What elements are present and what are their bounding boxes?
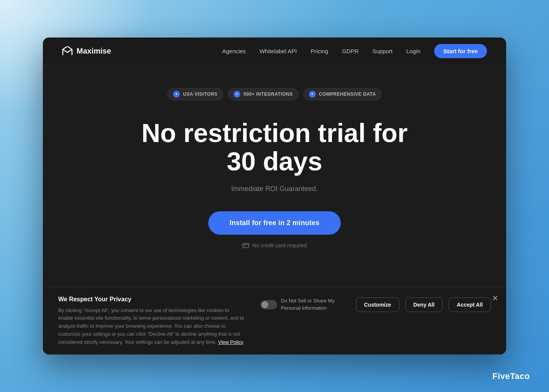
no-cc-text: No credit card required	[252, 242, 307, 248]
nav-gdpr[interactable]: GDPR	[342, 48, 358, 54]
hero-section: + USA VISITORS + 500+ INTEGRATIONS + COM…	[43, 65, 506, 287]
badges-row: + USA VISITORS + 500+ INTEGRATIONS + COM…	[167, 88, 382, 100]
nav-support[interactable]: Support	[373, 48, 393, 54]
browser-window: Maximise Agencies Whitelabel API Pricing…	[43, 38, 506, 355]
logo: Maximise	[62, 46, 111, 56]
do-not-sell-toggle[interactable]	[260, 300, 277, 309]
start-for-free-button[interactable]: Start for free	[434, 44, 487, 58]
nav-links: Agencies Whitelabel API Pricing GDPR Sup…	[222, 44, 487, 58]
nav-pricing[interactable]: Pricing	[311, 48, 328, 54]
nav-whitelabel-api[interactable]: Whitelabel API	[260, 48, 297, 54]
hero-title: No restriction trial for 30 days	[141, 119, 408, 176]
watermark: FiveTaco	[492, 371, 530, 381]
nav-agencies[interactable]: Agencies	[222, 48, 246, 54]
cookie-body-text: By clicking "Accept All", you consent to…	[58, 307, 244, 345]
badge-icon-integrations: +	[234, 91, 240, 98]
cookie-actions: Do Not Sell or Share My Personal Informa…	[260, 296, 491, 312]
toggle-label: Do Not Sell or Share My Personal Informa…	[281, 297, 350, 311]
badge-icon-data: +	[309, 91, 316, 98]
badge-usa-visitors: + USA VISITORS	[167, 88, 223, 100]
badge-integrations-label: 500+ INTEGRATIONS	[243, 91, 293, 97]
logo-icon	[62, 46, 73, 56]
toggle-thumb	[261, 301, 268, 308]
no-credit-card-notice: No credit card required	[242, 242, 307, 248]
badge-comprehensive-data: + COMPREHENSIVE DATA	[303, 88, 382, 100]
cookie-text-area: We Respect Your Privacy By clicking "Acc…	[58, 296, 245, 346]
credit-card-icon	[242, 243, 249, 248]
install-cta-button[interactable]: Install for free in 2 minutes	[208, 211, 341, 235]
badge-integrations: + 500+ INTEGRATIONS	[228, 88, 299, 100]
cookie-close-button[interactable]: ✕	[492, 294, 498, 302]
cookie-banner: We Respect Your Privacy By clicking "Acc…	[43, 287, 506, 355]
navbar: Maximise Agencies Whitelabel API Pricing…	[43, 38, 506, 65]
watermark-text: FiveTaco	[492, 371, 530, 381]
toggle-row: Do Not Sell or Share My Personal Informa…	[260, 297, 350, 311]
nav-login[interactable]: Login	[406, 48, 420, 54]
badge-data-label: COMPREHENSIVE DATA	[319, 91, 376, 97]
badge-icon-usa: +	[173, 91, 180, 98]
customize-button[interactable]: Customize	[356, 297, 399, 312]
cookie-title: We Respect Your Privacy	[58, 296, 245, 303]
deny-all-button[interactable]: Deny All	[405, 297, 443, 312]
accept-all-button[interactable]: Accept All	[449, 297, 491, 312]
hero-subtitle: Immediate ROI Guaranteed.	[231, 185, 318, 193]
view-policy-link[interactable]: View Policy	[218, 339, 243, 345]
cookie-body: By clicking "Accept All", you consent to…	[58, 307, 245, 346]
logo-text: Maximise	[77, 47, 111, 56]
svg-rect-0	[243, 243, 249, 248]
badge-usa-label: USA VISITORS	[183, 91, 217, 97]
